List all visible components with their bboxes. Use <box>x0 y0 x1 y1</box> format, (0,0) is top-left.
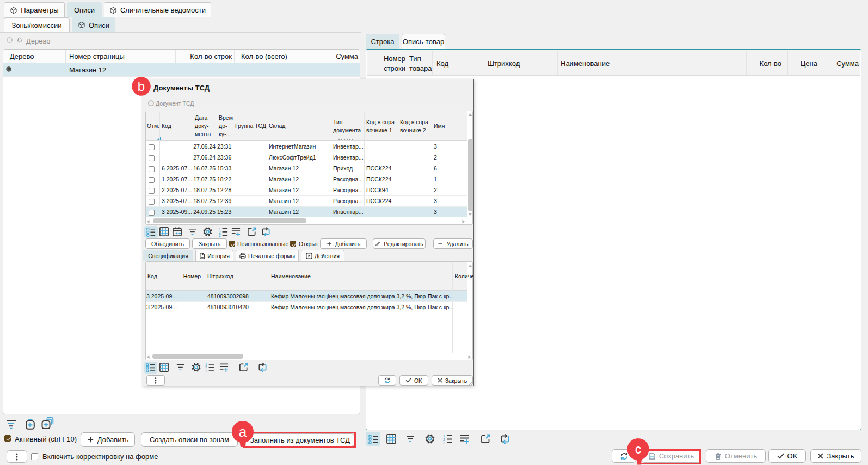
svg-text:b: b <box>138 79 145 94</box>
svg-text:a: a <box>239 424 247 440</box>
svg-text:c: c <box>635 442 642 456</box>
